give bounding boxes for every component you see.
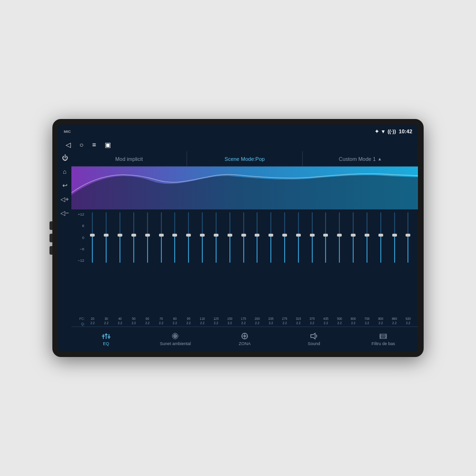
slider-thumb-11[interactable] — [241, 234, 246, 237]
slider-thumb-7[interactable] — [186, 234, 191, 237]
slider-col-18[interactable] — [333, 211, 347, 264]
vol-up-button[interactable]: ◁+ — [60, 196, 69, 203]
freq-q-16: 2.2 — [310, 321, 314, 325]
tab-sound[interactable]: Sound — [279, 327, 349, 351]
home-nav-button[interactable]: ○ — [79, 141, 83, 149]
slider-col-8[interactable] — [196, 211, 209, 264]
slider-col-13[interactable] — [264, 211, 278, 264]
tab-scene-mode[interactable]: Scene Mode:Pop — [187, 151, 303, 166]
slider-thumb-8[interactable] — [200, 234, 205, 237]
slider-thumb-23[interactable] — [406, 234, 410, 237]
ambient-icon — [170, 332, 180, 340]
slider-col-4[interactable] — [140, 211, 154, 264]
freq-q-9: 2.2 — [214, 321, 218, 325]
slider-fill-23 — [407, 235, 408, 263]
slider-track-12 — [257, 212, 258, 263]
slider-col-0[interactable] — [86, 211, 99, 264]
freq-q-1: 2.2 — [104, 321, 109, 325]
tab-eq[interactable]: EQ — [71, 327, 141, 351]
slider-col-17[interactable] — [319, 211, 333, 264]
slider-col-10[interactable] — [223, 211, 237, 264]
tab-mod-implicit[interactable]: Mod implicit — [71, 151, 187, 166]
slider-thumb-16[interactable] — [310, 234, 315, 237]
slider-thumb-12[interactable] — [255, 234, 259, 237]
tab-bass[interactable]: Filtru de bas — [348, 327, 418, 351]
power-button[interactable]: ⏻ — [62, 154, 68, 161]
freq-q-5: 2.2 — [159, 321, 163, 325]
freq-col-1: 302.2 — [99, 317, 113, 327]
slider-track-17 — [325, 212, 326, 263]
slider-thumb-20[interactable] — [365, 234, 369, 237]
slider-col-9[interactable] — [209, 211, 223, 264]
slider-thumb-18[interactable] — [337, 234, 342, 237]
slider-thumb-1[interactable] — [104, 234, 109, 237]
tab-ambient[interactable]: Sunet ambiental — [141, 327, 210, 351]
slider-col-20[interactable] — [360, 211, 374, 264]
svg-point-12 — [175, 336, 176, 337]
slider-thumb-4[interactable] — [145, 234, 150, 237]
slider-col-7[interactable] — [182, 211, 196, 264]
freq-fc-3: 50 — [132, 317, 135, 321]
freq-col-6: 802.2 — [168, 317, 182, 327]
tab-zona-label: ZONA — [238, 341, 250, 346]
back-button[interactable]: ↩ — [62, 182, 68, 189]
slider-thumb-9[interactable] — [214, 234, 218, 237]
tab-zona[interactable]: ZONA — [210, 327, 279, 351]
slider-thumb-5[interactable] — [159, 234, 164, 237]
tab-custom-mode-label: Custom Mode 1 — [339, 156, 376, 162]
side-button-3[interactable] — [50, 246, 52, 255]
slider-thumb-21[interactable] — [378, 234, 383, 237]
freq-col-17: 4352.2 — [319, 317, 333, 327]
slider-fill-1 — [106, 235, 107, 263]
slider-thumb-6[interactable] — [172, 234, 177, 237]
freq-q-12: 2.2 — [255, 321, 259, 325]
scale-0: 0 — [74, 236, 86, 240]
freq-q-6: 2.2 — [173, 321, 177, 325]
side-button-1[interactable] — [50, 221, 52, 230]
slider-col-15[interactable] — [291, 211, 305, 264]
slider-thumb-3[interactable] — [131, 234, 136, 237]
eq-icon — [101, 332, 111, 340]
slider-col-2[interactable] — [113, 211, 127, 264]
slider-col-6[interactable] — [168, 211, 182, 264]
slider-col-5[interactable] — [154, 211, 168, 264]
freq-fc-20: 700 — [365, 317, 370, 321]
slider-col-23[interactable] — [401, 211, 415, 264]
tab-custom-mode[interactable]: Custom Mode 1 ▲ — [303, 151, 418, 166]
slider-col-12[interactable] — [250, 211, 264, 264]
slider-thumb-13[interactable] — [268, 234, 273, 237]
slider-thumb-10[interactable] — [228, 234, 232, 237]
slider-thumb-22[interactable] — [392, 234, 397, 237]
slider-col-3[interactable] — [127, 211, 140, 264]
eq-wave-svg — [71, 167, 418, 209]
slider-fill-7 — [188, 235, 189, 263]
freq-q-7: 2.2 — [187, 321, 191, 325]
mic-label: MIC — [64, 129, 71, 134]
scale-minus12: −12 — [74, 258, 86, 263]
slider-col-1[interactable] — [99, 211, 113, 264]
eq-sliders-area: +12 6 0 −6 −12 FC: — [71, 209, 418, 327]
screenshot-nav-button[interactable]: ▣ — [105, 141, 111, 149]
slider-col-22[interactable] — [387, 211, 401, 264]
menu-nav-button[interactable]: ≡ — [92, 141, 96, 149]
slider-fill-16 — [312, 235, 313, 263]
slider-col-16[interactable] — [305, 211, 319, 264]
time-display: 10:42 — [399, 129, 412, 134]
side-button-2[interactable] — [50, 234, 52, 242]
home-button[interactable]: ⌂ — [63, 168, 67, 175]
slider-col-14[interactable] — [278, 211, 292, 264]
slider-col-11[interactable] — [237, 211, 250, 264]
slider-thumb-0[interactable] — [90, 234, 95, 237]
back-nav-button[interactable]: ◁ — [66, 141, 71, 149]
slider-thumb-15[interactable] — [296, 234, 301, 237]
freq-col-0: 202.2 — [86, 317, 99, 327]
slider-thumb-17[interactable] — [323, 234, 328, 237]
slider-fill-9 — [216, 235, 217, 263]
freq-fc-23: 920 — [406, 317, 411, 321]
slider-col-21[interactable] — [374, 211, 387, 264]
slider-col-19[interactable] — [347, 211, 360, 264]
slider-thumb-2[interactable] — [118, 234, 122, 237]
vol-down-button[interactable]: ◁− — [60, 209, 69, 217]
slider-thumb-19[interactable] — [351, 234, 356, 237]
slider-thumb-14[interactable] — [282, 234, 287, 237]
